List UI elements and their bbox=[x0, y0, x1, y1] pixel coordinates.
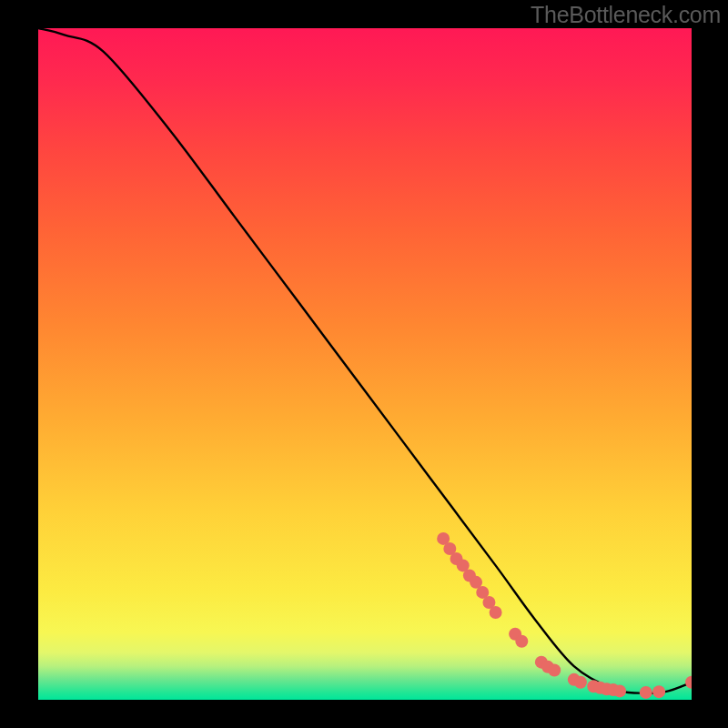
data-marker bbox=[640, 686, 652, 699]
data-marker bbox=[490, 606, 502, 619]
data-markers bbox=[437, 532, 692, 699]
data-marker bbox=[515, 635, 528, 648]
curve-layer bbox=[38, 28, 692, 700]
data-marker bbox=[613, 684, 626, 697]
bottleneck-curve bbox=[38, 28, 692, 693]
data-marker bbox=[548, 664, 561, 677]
data-marker bbox=[652, 685, 665, 698]
chart-canvas: TheBottleneck.com bbox=[0, 0, 728, 728]
data-marker bbox=[685, 676, 692, 689]
attribution-text: TheBottleneck.com bbox=[531, 2, 721, 28]
plot-area bbox=[38, 28, 692, 700]
data-marker bbox=[574, 676, 587, 689]
